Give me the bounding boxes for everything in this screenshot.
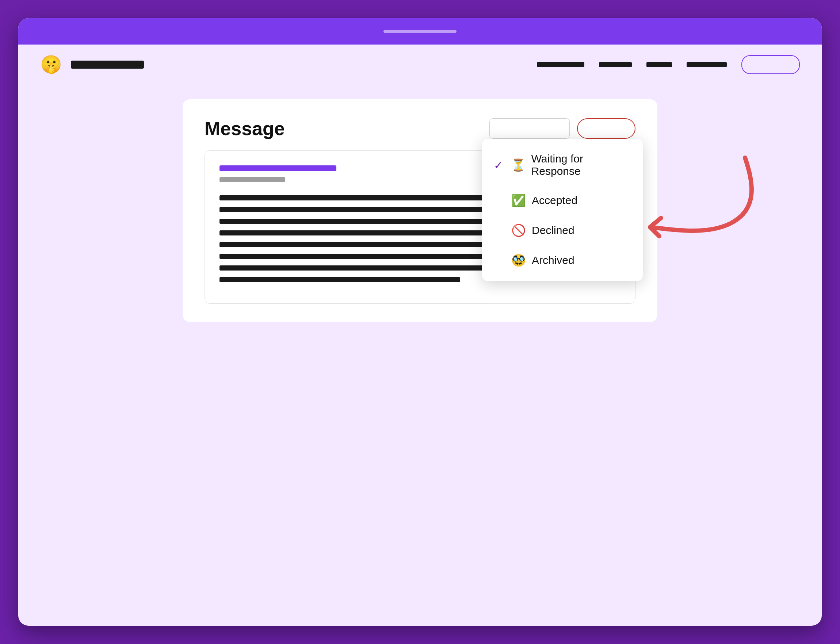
menu-item-2[interactable]	[599, 62, 632, 67]
search-input[interactable]	[489, 118, 570, 139]
app-icon: 🤫	[40, 54, 62, 75]
app-window: 🤫 Message ✓ ⏳	[18, 18, 822, 626]
dropdown-item-waiting[interactable]: ✓ ⏳ Waiting for Response	[482, 145, 643, 186]
message-subject	[220, 165, 336, 171]
menu-item-1[interactable]	[537, 62, 584, 67]
app-name	[71, 61, 144, 69]
empty-check-3: ✓	[494, 254, 505, 267]
declined-icon: 🚫	[511, 223, 526, 237]
menu-bar: 🤫	[18, 44, 822, 85]
waiting-icon: ⏳	[511, 158, 526, 172]
menu-item-4[interactable]	[687, 62, 727, 67]
accepted-icon: ✅	[511, 194, 526, 207]
cta-button[interactable]	[741, 55, 800, 74]
menu-items	[537, 55, 800, 74]
status-dropdown[interactable]: ✓ ⏳ Waiting for Response ✓ ✅ Accepted ✓ …	[482, 139, 643, 281]
dropdown-item-accepted[interactable]: ✓ ✅ Accepted	[482, 186, 643, 215]
header-controls: ✓ ⏳ Waiting for Response ✓ ✅ Accepted ✓ …	[489, 118, 636, 139]
main-card: Message ✓ ⏳ Waiting for Response ✓ ✅	[182, 99, 658, 322]
check-icon: ✓	[494, 159, 505, 172]
dropdown-item-declined[interactable]: ✓ 🚫 Declined	[482, 215, 643, 245]
archived-label: Archived	[532, 254, 574, 266]
message-preview	[220, 177, 285, 182]
card-header: Message ✓ ⏳ Waiting for Response ✓ ✅	[204, 118, 636, 140]
filter-button[interactable]	[577, 118, 636, 139]
dropdown-item-archived[interactable]: ✓ 🥸 Archived	[482, 245, 643, 275]
empty-check: ✓	[494, 194, 505, 207]
menu-item-3[interactable]	[646, 62, 672, 67]
empty-check-2: ✓	[494, 224, 505, 237]
title-bar-indicator	[383, 30, 457, 33]
title-bar	[18, 18, 822, 44]
body-line-8	[220, 277, 460, 282]
accepted-label: Accepted	[532, 194, 577, 207]
archived-icon: 🥸	[511, 253, 526, 267]
waiting-label: Waiting for Response	[531, 153, 631, 177]
page-title: Message	[204, 118, 285, 140]
declined-label: Declined	[532, 224, 574, 237]
content-area: Message ✓ ⏳ Waiting for Response ✓ ✅	[18, 85, 822, 626]
